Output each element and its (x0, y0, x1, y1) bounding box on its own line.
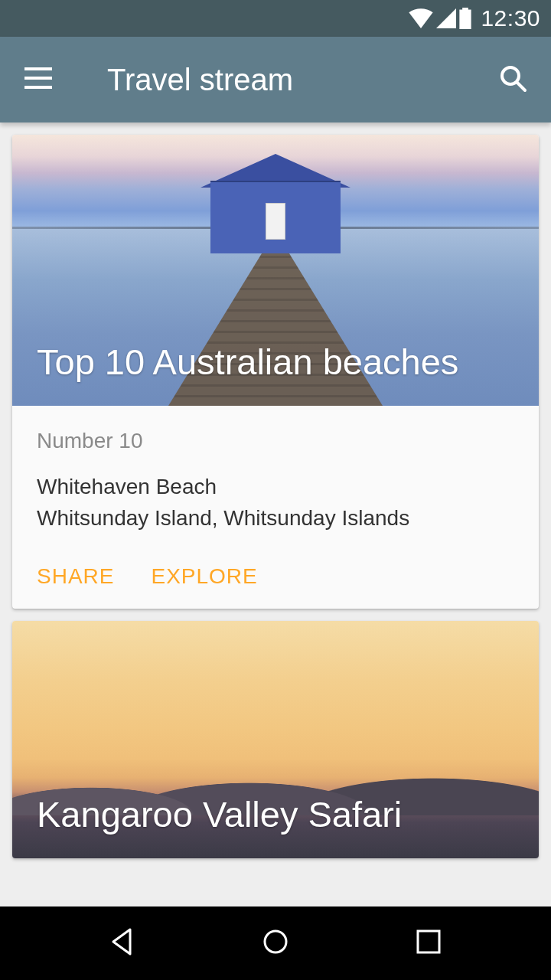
wifi-icon (409, 8, 433, 28)
card-media: Top 10 Australian beaches (12, 135, 539, 406)
svg-rect-8 (418, 931, 439, 952)
back-icon (107, 926, 138, 960)
svg-line-6 (517, 83, 525, 90)
card-body: Number 10 Whitehaven Beach Whitsunday Is… (12, 406, 539, 543)
back-button[interactable] (99, 920, 145, 966)
status-bar: 12:30 (0, 0, 551, 37)
hamburger-icon (24, 67, 52, 92)
share-button[interactable]: SHARE (37, 564, 114, 589)
status-time: 12:30 (481, 5, 540, 31)
card-text-line1: Whitehaven Beach (37, 472, 514, 503)
recents-icon (415, 928, 442, 959)
search-button[interactable] (496, 63, 530, 96)
app-bar: Travel stream (0, 37, 551, 122)
card-kangaroo-valley[interactable]: Kangaroo Valley Safari (12, 621, 539, 858)
svg-rect-2 (24, 67, 52, 70)
home-button[interactable] (253, 920, 298, 966)
home-icon (260, 926, 291, 960)
svg-point-7 (265, 931, 286, 952)
card-australian-beaches[interactable]: Top 10 Australian beaches Number 10 Whit… (12, 135, 539, 609)
card-text-line2: Whitsunday Island, Whitsunday Islands (37, 503, 514, 534)
cellular-icon (436, 8, 456, 28)
menu-button[interactable] (21, 63, 55, 96)
card-media: Kangaroo Valley Safari (12, 621, 539, 858)
content-scroll[interactable]: Top 10 Australian beaches Number 10 Whit… (0, 122, 551, 906)
app-bar-title: Travel stream (107, 63, 293, 97)
svg-rect-3 (24, 77, 52, 80)
card-image-title: Top 10 Australian beaches (12, 341, 483, 406)
svg-rect-1 (463, 8, 469, 11)
recents-button[interactable] (406, 920, 452, 966)
card-actions: SHARE EXPLORE (12, 543, 539, 609)
explore-button[interactable]: EXPLORE (151, 564, 257, 589)
svg-rect-0 (460, 10, 471, 29)
card-subtitle: Number 10 (37, 429, 514, 453)
search-icon (497, 63, 528, 96)
card-image-title: Kangaroo Valley Safari (12, 793, 426, 858)
battery-icon (459, 8, 471, 29)
system-nav-bar (0, 906, 551, 980)
svg-rect-4 (24, 86, 52, 89)
